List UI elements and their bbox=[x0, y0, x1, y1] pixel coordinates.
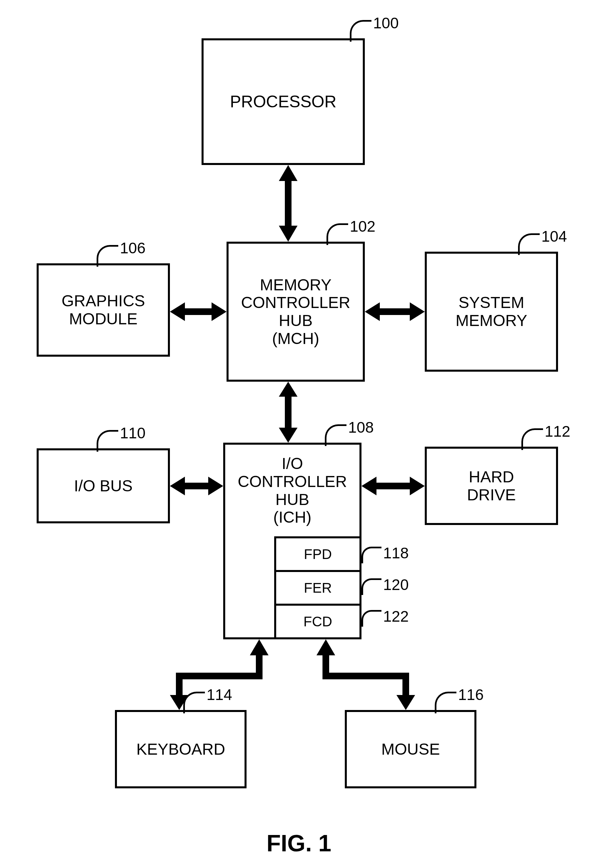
block-mch: MEMORYCONTROLLERHUB(MCH) bbox=[227, 242, 365, 382]
lead-harddrive bbox=[521, 428, 543, 450]
ref-fpd: 118 bbox=[383, 544, 409, 562]
block-mch-label: MEMORYCONTROLLERHUB(MCH) bbox=[241, 276, 350, 348]
lead-graphics bbox=[97, 245, 118, 267]
block-graphics-label: GRAPHICSMODULE bbox=[62, 292, 145, 328]
block-mouse: MOUSE bbox=[345, 710, 476, 788]
block-ich-label: I/OCONTROLLERHUB(ICH) bbox=[238, 455, 347, 526]
ref-iobus: 110 bbox=[120, 424, 145, 442]
figure-canvas: PROCESSOR 100 GRAPHICSMODULE 106 MEMORYC… bbox=[0, 0, 612, 868]
lead-mch bbox=[326, 223, 348, 245]
subblock-fcd-label: FCD bbox=[303, 614, 332, 629]
arrow-mch-sysmem bbox=[365, 302, 425, 322]
block-mouse-label: MOUSE bbox=[381, 740, 440, 758]
ref-harddrive: 112 bbox=[545, 422, 570, 440]
lead-mouse bbox=[435, 692, 456, 713]
block-sysmem: SYSTEMMEMORY bbox=[425, 252, 558, 372]
svg-marker-5 bbox=[362, 477, 425, 495]
arrow-mch-ich bbox=[278, 382, 298, 443]
subblock-fcd: FCD bbox=[276, 604, 360, 637]
ref-graphics: 106 bbox=[120, 239, 145, 257]
subblock-fer: FER bbox=[276, 570, 360, 604]
block-processor-label: PROCESSOR bbox=[230, 92, 337, 111]
ref-processor: 100 bbox=[373, 14, 399, 32]
lead-fer bbox=[362, 578, 382, 595]
subblock-fpd: FPD bbox=[276, 536, 360, 570]
arrow-iobus-ich bbox=[170, 476, 223, 496]
lead-fpd bbox=[362, 547, 382, 563]
ref-ich: 108 bbox=[348, 418, 374, 436]
ref-sysmem: 104 bbox=[541, 227, 567, 245]
ref-mch: 102 bbox=[350, 217, 376, 235]
svg-marker-1 bbox=[279, 382, 298, 443]
block-graphics: GRAPHICSMODULE bbox=[37, 264, 170, 356]
svg-marker-0 bbox=[279, 165, 298, 242]
block-keyboard: KEYBOARD bbox=[115, 710, 247, 788]
block-iobus-label: I/O BUS bbox=[74, 477, 133, 495]
arrow-ich-mouse bbox=[316, 639, 416, 710]
ref-fcd: 122 bbox=[383, 607, 409, 625]
svg-marker-2 bbox=[170, 302, 227, 321]
block-ich: I/OCONTROLLERHUB(ICH) FPD FER FCD bbox=[223, 443, 362, 639]
block-sysmem-label: SYSTEMMEMORY bbox=[456, 294, 527, 330]
arrow-graphics-mch bbox=[170, 302, 227, 322]
subblock-fpd-label: FPD bbox=[304, 546, 332, 562]
subblock-fer-label: FER bbox=[304, 580, 332, 596]
lead-fcd bbox=[362, 610, 382, 627]
ref-mouse: 116 bbox=[458, 686, 484, 704]
block-keyboard-label: KEYBOARD bbox=[136, 740, 225, 758]
svg-marker-7 bbox=[317, 639, 415, 710]
arrow-processor-mch bbox=[278, 165, 298, 242]
block-iobus: I/O BUS bbox=[37, 448, 170, 523]
svg-marker-3 bbox=[365, 302, 425, 321]
arrow-ich-keyboard bbox=[169, 639, 269, 710]
svg-marker-4 bbox=[170, 477, 223, 495]
arrow-ich-harddrive bbox=[362, 476, 425, 496]
lead-ich bbox=[325, 424, 346, 446]
block-processor: PROCESSOR bbox=[202, 38, 365, 165]
lead-processor bbox=[350, 20, 371, 42]
svg-marker-6 bbox=[170, 639, 269, 710]
figure-label: FIG. 1 bbox=[266, 830, 331, 857]
ref-fer: 120 bbox=[383, 576, 409, 594]
lead-sysmem bbox=[518, 233, 540, 255]
lead-iobus bbox=[97, 430, 118, 452]
block-harddrive: HARDDRIVE bbox=[425, 447, 558, 525]
block-harddrive-label: HARDDRIVE bbox=[467, 468, 516, 504]
